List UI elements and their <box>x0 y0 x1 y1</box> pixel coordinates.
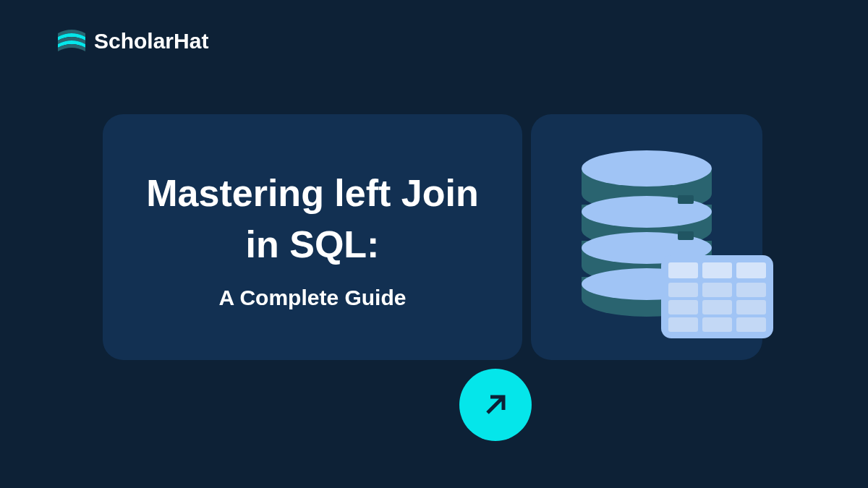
subtitle: A Complete Guide <box>219 286 407 310</box>
brand-logo: ScholarHat <box>56 27 208 55</box>
table-icon <box>661 255 773 338</box>
content-container: Mastering left Join in SQL: A Complete G… <box>103 114 762 360</box>
title-card: Mastering left Join in SQL: A Complete G… <box>103 114 522 360</box>
arrow-up-right-icon <box>480 390 511 420</box>
brand-name: ScholarHat <box>94 29 208 53</box>
arrow-badge <box>459 369 532 441</box>
logo-icon <box>56 27 87 55</box>
illustration-card <box>531 114 762 360</box>
main-title: Mastering left Join in SQL: <box>137 168 488 269</box>
